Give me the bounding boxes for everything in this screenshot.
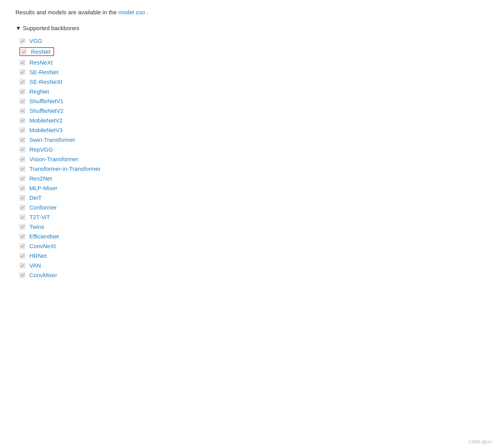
checkbox-icon-conformer [19,204,26,211]
backbone-link-res2net[interactable]: Res2Net [29,175,52,182]
backbone-item-convmixer: ConvMixer [19,270,482,280]
backbone-link-vision-transformer[interactable]: Vision-Transformer [29,156,79,162]
intro-text-after: . [147,9,148,15]
backbone-link-van[interactable]: VAN [29,262,41,269]
backbone-item-mobilenetv2: MobileNetV2 [19,116,482,125]
intro-paragraph: Results and models are available in the … [15,8,482,17]
checkbox-icon-transformer-in-transformer [19,166,26,172]
backbone-link-repvgg[interactable]: RepVGG [29,146,53,153]
backbone-link-transformer-in-transformer[interactable]: Transformer-in-Transformer [29,165,101,172]
backbone-link-resnext[interactable]: ResNeXt [29,59,53,66]
checkbox-icon-regnet [19,89,26,95]
backbone-item-shufflenetv1: ShuffleNetV1 [19,96,482,106]
backbone-link-swin-transformer[interactable]: Swin-Transformer [29,136,75,143]
checkbox-icon-resnext [19,60,26,66]
checkbox-icon-van [19,262,26,269]
checkbox-icon-se-resnet [19,69,26,75]
backbone-link-resnet[interactable]: ResNet [31,48,50,55]
backbone-item-res2net: Res2Net [19,174,482,183]
backbone-link-mobilenetv3[interactable]: MobileNetV3 [29,127,63,133]
backbone-item-transformer-in-transformer: Transformer-in-Transformer [19,164,482,174]
backbone-link-efficientnet[interactable]: EfficientNet [29,233,59,240]
backbone-item-hrnet: HRNet [19,251,482,261]
backbone-link-t2t-vit[interactable]: T2T-ViT [29,214,50,220]
checkbox-icon-twins [19,224,26,230]
checkbox-icon-mlp-mixer [19,185,26,191]
section-header: ▼ Supported backbones [15,25,482,31]
backbone-item-efficientnet: EfficientNet [19,232,482,241]
checkbox-icon-vision-transformer [19,156,26,162]
checkbox-icon-mobilenetv3 [19,127,26,133]
backbone-link-vgg[interactable]: VGG [29,37,42,44]
backbone-link-mobilenetv2[interactable]: MobileNetV2 [29,117,63,124]
backbone-link-convmixer[interactable]: ConvMixer [29,272,57,278]
checkbox-icon-swin-transformer [19,137,26,143]
checkbox-icon-se-resnext [19,79,26,85]
backbone-item-resnext: ResNeXt [19,58,482,67]
backbone-link-mlp-mixer[interactable]: MLP-Mixer [29,185,58,191]
checkbox-icon-convmixer [19,272,26,278]
checkbox-icon-t2t-vit [19,214,26,220]
checkbox-icon-convnext [19,243,26,249]
backbone-item-t2t-vit: T2T-ViT [19,212,482,222]
checkbox-icon-resnet [21,49,27,55]
backbone-item-repvgg: RepVGG [19,145,482,154]
checkbox-icon-shufflenetv2 [19,108,26,114]
backbone-item-deit: DeiT [19,193,482,203]
backbone-item-regnet: RegNet [19,87,482,96]
backbone-link-conformer[interactable]: Conformer [29,204,57,211]
backbone-item-resnet: ResNet [19,46,482,58]
checkbox-icon-res2net [19,175,26,182]
checkbox-icon-shufflenetv1 [19,98,26,104]
backbone-item-mobilenetv3: MobileNetV3 [19,125,482,135]
backbone-link-shufflenetv1[interactable]: ShuffleNetV1 [29,98,63,104]
backbone-item-vgg: VGG [19,36,482,46]
backbone-item-twins: Twins [19,222,482,232]
page-container: Results and models are available in the … [0,0,497,448]
backbone-item-convnext: ConvNeXt [19,241,482,251]
backbone-link-convnext[interactable]: ConvNeXt [29,243,56,249]
checkbox-icon-deit [19,195,26,201]
backbone-link-regnet[interactable]: RegNet [29,88,49,95]
model-zoo-link[interactable]: model zoo [118,9,145,15]
checkbox-icon-repvgg [19,146,26,153]
checkbox-icon-mobilenetv2 [19,118,26,124]
backbone-link-shufflenetv2[interactable]: ShuffleNetV2 [29,107,63,114]
checkbox-icon-efficientnet [19,233,26,240]
backbone-item-conformer: Conformer [19,203,482,212]
intro-text-before: Results and models are available in the [15,9,118,15]
watermark: CSDN @Lh~ [468,439,493,444]
backbone-item-mlp-mixer: MLP-Mixer [19,183,482,193]
checkbox-icon-hrnet [19,253,26,259]
backbone-list: VGG ResNet ResNeXt SE-ResNet SE-ResNeXt [19,36,482,280]
section-header-text: ▼ Supported backbones [15,25,79,31]
backbone-item-se-resnet: SE-ResNet [19,67,482,77]
backbone-link-deit[interactable]: DeiT [29,194,42,201]
backbone-item-shufflenetv2: ShuffleNetV2 [19,106,482,116]
backbone-item-vision-transformer: Vision-Transformer [19,154,482,164]
backbone-link-se-resnet[interactable]: SE-ResNet [29,69,58,75]
resnet-highlight-box: ResNet [19,47,54,56]
backbone-item-se-resnext: SE-ResNeXt [19,77,482,87]
backbone-item-van: VAN [19,261,482,270]
backbone-link-twins[interactable]: Twins [29,223,44,230]
backbone-item-swin-transformer: Swin-Transformer [19,135,482,145]
checkbox-icon-vgg [19,38,26,44]
backbone-link-hrnet[interactable]: HRNet [29,252,47,259]
backbone-link-se-resnext[interactable]: SE-ResNeXt [29,78,62,85]
